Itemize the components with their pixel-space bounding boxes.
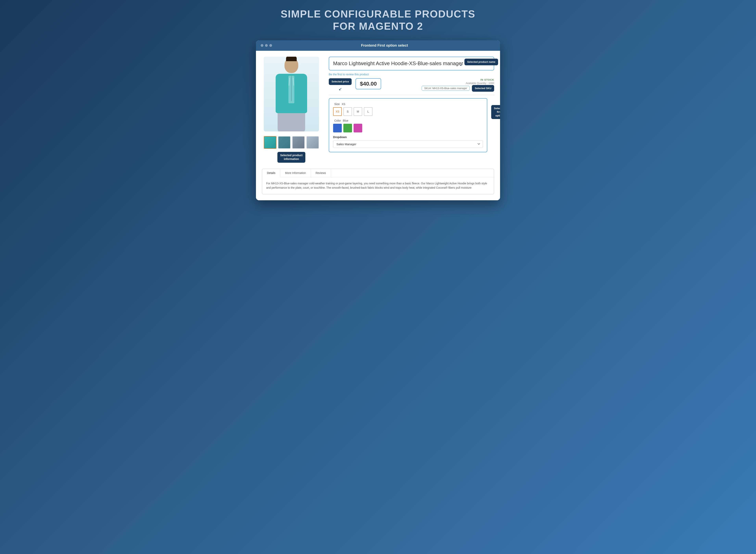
size-btn-xs[interactable]: XS	[333, 107, 342, 116]
color-swatch-blue[interactable]	[333, 124, 342, 132]
browser-title: Frontend First option select	[274, 44, 495, 48]
product-thumbnails	[264, 136, 319, 149]
sku-label: SKU#:	[424, 87, 432, 90]
product-right: Marco Lightweight Active Hoodie-XS-Blue-…	[329, 57, 494, 163]
annotation-product-name: Selected product name	[464, 59, 498, 65]
color-label: Color Blue	[333, 119, 483, 122]
dropdown-select[interactable]: Sales Manager	[333, 140, 483, 148]
selected-color-value: Blue	[343, 119, 348, 122]
size-btn-m[interactable]: M	[354, 107, 362, 116]
size-btn-l[interactable]: L	[364, 107, 372, 116]
annotation-sku: Selected SKU	[472, 85, 494, 92]
person-head	[285, 57, 298, 73]
size-btn-s[interactable]: S	[343, 107, 352, 116]
price-stock-row: Selected price ↙ $40.00 IN STOCK Availab…	[329, 78, 494, 92]
selected-size-value: XS	[342, 103, 345, 106]
color-option-row: Color Blue	[333, 119, 483, 132]
price-box: $40.00	[356, 78, 381, 89]
tab-details[interactable]: Details	[262, 169, 280, 177]
tab-more-info[interactable]: More Information	[280, 169, 311, 177]
browser-dot-3	[269, 44, 272, 47]
page-title: SIMPLE CONFIGURABLE PRODUCTS FOR MAGENTO…	[281, 8, 475, 33]
tabs-header: Details More Information Reviews	[262, 169, 494, 177]
available-qty: Available Quantity : 1000	[422, 81, 494, 85]
options-box: Size XS XS S M L	[329, 98, 487, 152]
size-label: Size XS	[333, 103, 483, 106]
person-body	[275, 74, 307, 113]
person-pants	[278, 113, 305, 131]
browser-dot-2	[265, 44, 268, 47]
product-layout: Selected productinformation Marco Lightw…	[262, 57, 494, 163]
product-left: Selected productinformation	[262, 57, 321, 163]
review-link[interactable]: Be the first to review this product	[329, 73, 494, 76]
color-swatches	[333, 124, 483, 132]
color-swatch-green[interactable]	[343, 124, 352, 132]
dropdown-row: Dropdown Sales Manager	[333, 135, 483, 148]
dropdown-label: Dropdown	[333, 135, 483, 139]
browser-window: Frontend First option select	[256, 40, 500, 200]
tab-content: For MH13-XS-Blue-sales manager cold-weat…	[262, 177, 494, 194]
thumbnail-2[interactable]	[278, 136, 291, 149]
stock-status: IN STOCK	[422, 78, 494, 81]
color-swatch-purple[interactable]	[354, 124, 362, 132]
size-buttons: XS S M L	[333, 107, 483, 116]
sku-box: SKU#: MH13-XS-Blue-sales manager	[422, 86, 470, 91]
tabs-section: Details More Information Reviews For MH1…	[262, 169, 494, 195]
thumbnail-4[interactable]	[306, 136, 319, 149]
annotation-product-info: Selected productinformation	[278, 152, 305, 163]
thumbnail-1[interactable]	[264, 136, 276, 149]
browser-dot-1	[261, 44, 263, 47]
browser-content: Selected productinformation Marco Lightw…	[256, 51, 500, 200]
browser-bar: Frontend First option select	[256, 40, 500, 51]
annotation-price: Selected price	[329, 78, 352, 85]
sku-value: MH13-XS-Blue-sales manager	[432, 87, 467, 90]
size-option-row: Size XS XS S M L	[333, 103, 483, 116]
stock-info: IN STOCK Available Quantity : 1000 SKU#:…	[422, 78, 494, 92]
tab-reviews[interactable]: Reviews	[311, 169, 331, 177]
thumbnail-3[interactable]	[292, 136, 305, 149]
annotation-first-option: Selected firstoption	[491, 105, 500, 119]
product-main-image	[264, 57, 319, 131]
